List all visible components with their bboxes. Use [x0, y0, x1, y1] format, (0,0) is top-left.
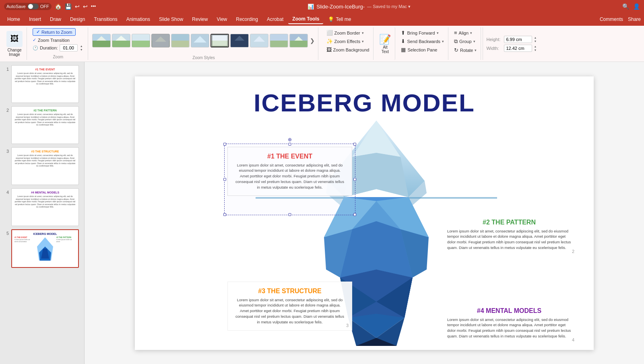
width-up[interactable]: ▲ [534, 45, 537, 48]
svg-rect-4 [112, 41, 130, 47]
more-icon[interactable]: ••• [91, 4, 96, 9]
handle-tm[interactable] [289, 143, 291, 146]
menu-draw[interactable]: Draw [46, 15, 65, 24]
slide-thumb-5-title: ICEBERG MODEL [14, 232, 76, 235]
height-input[interactable] [504, 36, 532, 43]
menu-zoomtools[interactable]: Zoom Tools [288, 14, 323, 24]
autosave-toggle[interactable]: AutoSave OFF [4, 3, 52, 10]
zoom-background-btn[interactable]: 🖼 Zoom Background [325, 46, 371, 53]
slide-thumb-4[interactable]: #4 MENTAL MODELS Lorem ipsum dolor sit a… [11, 188, 79, 226]
zoom-style-6[interactable] [191, 34, 209, 47]
menu-slideshow[interactable]: Slide Show [155, 15, 187, 24]
bring-forward-btn[interactable]: ⬆ Bring Forward ▾ [399, 29, 446, 37]
menu-recording[interactable]: Recording [232, 15, 262, 24]
change-image-label: ChangeImage [7, 48, 21, 57]
slide-item-3[interactable]: 3 #3 THE STRUCTURE Lorem ipsum dolor sit… [2, 146, 82, 186]
more-styles-arrow[interactable]: ❯ [309, 37, 316, 44]
handle-tl[interactable] [223, 143, 226, 146]
slide-panel[interactable]: 1 #1 THE EVENT Lorem ipsum dolor sit ame… [0, 62, 85, 364]
save-icon[interactable]: 💾 [65, 3, 72, 10]
menu-home[interactable]: Home [3, 15, 24, 24]
zoom-style-7-active[interactable] [211, 34, 229, 47]
zoom-style-1[interactable] [92, 34, 111, 47]
slide-thumb-4-body: Lorem ipsum dolor sit amet, consectetur … [14, 195, 76, 208]
rotation-handle[interactable]: ⊕ [288, 137, 292, 142]
slide-item-2[interactable]: 2 #2 THE PATTERN Lorem ipsum dolor sit a… [2, 105, 82, 145]
box2-title: #2 THE PATTERN [447, 219, 571, 226]
zoom-style-9[interactable] [250, 34, 268, 47]
slide-item-5[interactable]: 5 ICEBERG MODEL #1 THE EVENT Lorem ipsum… [2, 228, 82, 269]
menu-insert[interactable]: Insert [25, 15, 45, 24]
box4-number: 4 [572, 337, 574, 342]
slide-thumb-2[interactable]: #2 THE PATTERN Lorem ipsum dolor sit ame… [11, 106, 79, 144]
handle-bm[interactable] [289, 213, 291, 216]
arrange-group: ⬆ Bring Forward ▾ ⬇ Send Backwards ▾ ▦ S… [397, 27, 448, 60]
menu-animations[interactable]: Animations [122, 15, 154, 24]
undo-icon[interactable]: ↩ [75, 3, 80, 10]
handle-br[interactable] [353, 213, 356, 216]
content-box-2[interactable]: #2 THE PATTERN Lorem ipsum dolor sit ame… [441, 213, 578, 256]
selection-pane-btn[interactable]: ▦ Selection Pane [399, 46, 446, 53]
zoom-border-group: ⬜ Zoom Border ▾ ✨ Zoom Effects ▾ 🖼 Zoom … [322, 27, 374, 60]
zoom-border-btn[interactable]: ⬜ Zoom Border ▾ [325, 29, 371, 37]
menu-design[interactable]: Design [66, 15, 89, 24]
content-box-4[interactable]: #4 MENTAL MODELS Lorem ipsum dolor sit a… [441, 302, 578, 345]
canvas-area: ICEBERG MODEL [85, 62, 644, 364]
zoom-style-8[interactable] [230, 34, 249, 47]
slide-canvas[interactable]: ICEBERG MODEL [135, 76, 594, 350]
return-to-zoom-button[interactable]: ✓ Return to Zoom [33, 28, 76, 36]
svg-rect-22 [270, 41, 287, 47]
duration-down[interactable]: ▼ [79, 48, 84, 51]
change-image-icon[interactable]: 🖼 [6, 31, 23, 47]
handle-mr[interactable] [353, 178, 356, 181]
zoom-style-2[interactable] [112, 34, 130, 47]
alt-text-label: AltText [382, 45, 389, 54]
person-icon[interactable]: 👤 [633, 3, 640, 10]
rotate-icon: ↻ [454, 47, 458, 53]
group-btn[interactable]: ⧉ Group ▾ [452, 37, 478, 45]
content-box-3[interactable]: #3 THE STRUCTURE Lorem ipsum dolor sit a… [227, 282, 352, 331]
handle-tr[interactable] [353, 143, 356, 146]
tell-me[interactable]: 💡 Tell me [324, 15, 355, 24]
autosave-pill[interactable] [27, 4, 39, 9]
duration-up[interactable]: ▲ [79, 44, 84, 48]
zoom-style-10[interactable] [270, 34, 288, 47]
zoom-style-3[interactable] [132, 34, 150, 47]
height-down[interactable]: ▼ [534, 39, 537, 43]
menu-view[interactable]: View [213, 15, 231, 24]
zoom-styles-label: Zoom Styles [92, 54, 316, 60]
width-input[interactable] [504, 45, 532, 52]
slide-item-1[interactable]: 1 #1 THE EVENT Lorem ipsum dolor sit ame… [2, 64, 82, 104]
slide-5-mini-content: #1 THE EVENT Lorem ipsum dolor sit amet … [14, 236, 76, 261]
align-btn[interactable]: ≡ Align ▾ [452, 29, 478, 37]
zoom-effects-btn[interactable]: ✨ Zoom Effects ▾ [325, 37, 371, 45]
share-btn[interactable]: Share [628, 16, 641, 22]
alt-text-btn[interactable]: 📝 AltText [375, 27, 395, 60]
zoom-style-4[interactable] [151, 34, 170, 47]
slide-thumb-3[interactable]: #3 THE STRUCTURE Lorem ipsum dolor sit a… [11, 147, 79, 185]
svg-rect-1 [93, 41, 110, 47]
change-image-section: 🖼 ChangeImage [2, 27, 27, 60]
zoom-style-11[interactable] [289, 34, 308, 47]
send-backward-btn[interactable]: ⬇ Send Backwards ▾ [399, 37, 446, 45]
height-label: Height: [486, 37, 502, 42]
menu-review[interactable]: Review [188, 15, 212, 24]
redo-icon[interactable]: ↩ [83, 3, 88, 10]
slide-thumb-1[interactable]: #1 THE EVENT Lorem ipsum dolor sit amet,… [11, 65, 79, 103]
duration-input[interactable] [60, 44, 78, 51]
menu-acrobat[interactable]: Acrobat [263, 15, 287, 24]
search-icon[interactable]: 🔍 [622, 3, 629, 10]
width-down[interactable]: ▼ [534, 48, 537, 52]
handle-bl[interactable] [223, 213, 226, 216]
rotate-btn[interactable]: ↻ Rotate ▾ [452, 46, 478, 54]
slide-item-4[interactable]: 4 #4 MENTAL MODELS Lorem ipsum dolor sit… [2, 187, 82, 227]
selection-box[interactable]: ⊕ [224, 144, 355, 215]
menu-transitions[interactable]: Transitions [90, 15, 121, 24]
zoom-style-5[interactable] [171, 34, 190, 47]
height-up[interactable]: ▲ [534, 36, 537, 39]
handle-ml[interactable] [223, 178, 226, 181]
home-icon[interactable]: 🏠 [55, 3, 62, 10]
zoom-border-arrow: ▾ [362, 31, 364, 35]
comments-btn[interactable]: Comments [600, 16, 623, 22]
slide-thumb-5[interactable]: ICEBERG MODEL #1 THE EVENT Lorem ipsum d… [11, 229, 79, 268]
